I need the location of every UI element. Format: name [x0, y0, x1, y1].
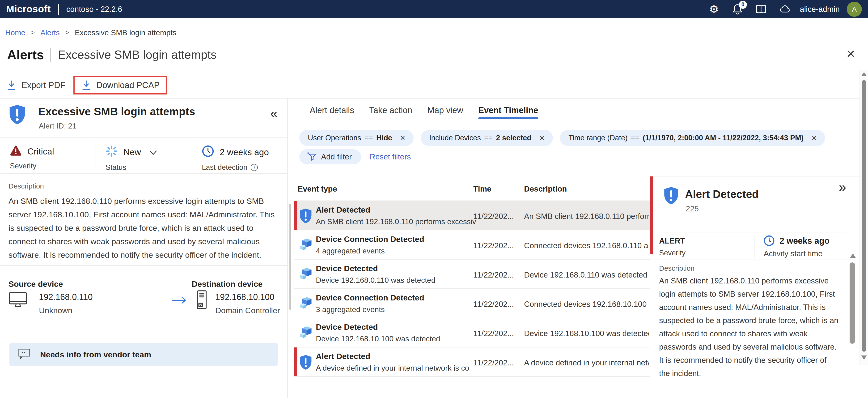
reset-filters-link[interactable]: Reset filters — [370, 152, 411, 161]
tab[interactable]: Alert details — [310, 98, 354, 122]
add-filter-button[interactable]: Add filter — [299, 149, 361, 164]
alert-shield-icon — [299, 354, 312, 371]
page-title: Excessive SMB login attempts — [58, 48, 217, 62]
event-time: 11/22/202... — [473, 329, 514, 338]
alert-note[interactable]: Needs info from vendor team — [9, 343, 278, 366]
event-subtitle: 3 aggregated events — [316, 305, 424, 314]
status-chevron-down-icon[interactable] — [149, 147, 157, 157]
description-label: Description — [8, 182, 278, 190]
event-title: Alert Detected — [316, 205, 476, 215]
alert-title: Excessive SMB login attempts — [38, 105, 195, 118]
remove-filter-icon[interactable]: × — [539, 134, 545, 142]
add-filter-label: Add filter — [321, 152, 352, 161]
breadcrumb: Home > Alerts > Excessive SMB login atte… — [5, 28, 176, 37]
topbar-divider — [58, 4, 59, 15]
title-divider — [51, 48, 51, 62]
event-time: 11/22/202... — [473, 300, 514, 309]
last-detection-value: 2 weeks ago — [220, 147, 269, 157]
remove-filter-icon[interactable]: × — [400, 134, 405, 142]
event-description: Device 192.168.10.100 was detected — [524, 329, 649, 338]
table-row[interactable]: Alert Detected An SMB client 192.168.0.1… — [294, 201, 650, 230]
event-title: Device Detected — [316, 322, 440, 332]
alert-shield-icon — [8, 104, 26, 126]
column-header-time[interactable]: Time — [473, 184, 491, 194]
alert-row-flag — [294, 201, 297, 230]
clock-icon — [764, 235, 775, 247]
documentation-book-icon[interactable] — [755, 4, 767, 15]
table-row[interactable]: Device Detected Device 192.168.10.100 wa… — [294, 318, 650, 347]
export-pdf-button[interactable]: Export PDF — [4, 76, 67, 94]
filter-pill[interactable]: Include Devices == 2 selected × — [421, 130, 553, 146]
remove-filter-icon[interactable]: × — [812, 134, 816, 142]
filter-pill[interactable]: User Operations == Hide × — [299, 130, 413, 146]
alert-shield-icon — [299, 208, 312, 225]
breadcrumb-home-link[interactable]: Home — [5, 28, 25, 37]
tab[interactable]: Map view — [427, 98, 463, 122]
event-title: Device Detected — [316, 264, 435, 273]
event-title: Alert Detected — [316, 352, 469, 361]
expand-panel-icon[interactable]: » — [839, 179, 846, 195]
event-description: Connected devices 192.168.0.110 and — [524, 241, 649, 250]
alert-shield-icon — [663, 187, 679, 206]
timeline-scrollbar-thumb[interactable] — [289, 204, 291, 310]
table-header: Event type Time Description — [294, 176, 650, 201]
severity-value: Critical — [27, 147, 54, 157]
download-pcap-button[interactable]: Download PCAP — [73, 76, 167, 94]
add-filter-funnel-icon — [306, 151, 317, 163]
close-icon[interactable]: × — [846, 46, 855, 61]
event-time: 11/22/202... — [473, 271, 514, 279]
event-time: 11/22/202... — [473, 358, 514, 367]
info-icon[interactable]: i — [251, 164, 258, 171]
table-row[interactable]: Device Connection Detected 3 aggregated … — [294, 289, 650, 318]
tab[interactable]: Event Timeline — [478, 98, 538, 122]
download-icon — [81, 80, 91, 91]
collapse-panel-icon[interactable]: « — [270, 106, 278, 121]
destination-device-label: Destination device — [192, 279, 262, 289]
top-bar: Microsoft contoso - 22.2.6 ⚙ 0 — [0, 0, 868, 18]
username-label[interactable]: alice-admin — [800, 5, 840, 14]
status-value: New — [123, 147, 141, 157]
event-description: Connected devices 192.168.10.100 and — [524, 300, 649, 309]
table-row[interactable]: Device Detected Device 192.168.0.110 was… — [294, 260, 650, 289]
breadcrumb-alerts-link[interactable]: Alerts — [40, 28, 60, 37]
filter-pill-row: User Operations == Hide × Include Device… — [299, 130, 825, 146]
window-scrollbar[interactable] — [860, 70, 868, 365]
event-subtitle: 4 aggregated events — [316, 247, 424, 255]
cloud-icon[interactable] — [779, 4, 790, 15]
event-time: 11/22/202... — [473, 241, 514, 250]
alert-note-text: Needs info from vendor team — [40, 350, 151, 359]
alert-summary-header: Excessive SMB login attempts Alert ID: 2… — [0, 98, 287, 138]
new-status-icon — [105, 145, 118, 160]
table-row[interactable]: Alert Detected A device defined in your … — [294, 347, 650, 377]
monitor-icon — [8, 291, 27, 309]
tab[interactable]: Take action — [369, 98, 412, 122]
notifications-bell-icon[interactable]: 0 — [732, 4, 743, 15]
destination-device-type: Domain Controller — [215, 306, 280, 315]
column-header-event-type[interactable]: Event type — [298, 184, 337, 194]
scroll-up-icon[interactable] — [861, 72, 867, 76]
destination-device-ip[interactable]: 192.168.10.100 — [215, 292, 274, 302]
detail-severity-label: Severity — [659, 249, 685, 257]
event-timeline-table: Event type Time Description Alert Detect… — [294, 176, 650, 377]
window-scrollbar-thumb[interactable] — [862, 80, 866, 352]
column-header-description[interactable]: Description — [524, 184, 567, 194]
timeline-scrollbar[interactable] — [289, 201, 292, 377]
alert-id: Alert ID: 21 — [39, 122, 76, 131]
detail-description-label: Description — [659, 264, 694, 272]
avatar[interactable]: A — [847, 2, 862, 17]
filter-pill[interactable]: Time range (Date) == (1/1/1970, 2:00:00 … — [560, 130, 825, 146]
scroll-down-icon[interactable] — [861, 356, 867, 360]
breadcrumb-current: Excessive SMB login attempts — [75, 28, 176, 37]
detail-scroll-up-icon[interactable] — [850, 253, 856, 258]
export-pdf-label: Export PDF — [22, 80, 65, 90]
clock-icon — [202, 145, 214, 160]
download-icon — [6, 80, 16, 91]
source-device-ip[interactable]: 192.168.0.110 — [39, 292, 93, 302]
detail-scrollbar-thumb[interactable] — [849, 262, 855, 344]
activity-start-label: Activity start time — [764, 249, 823, 258]
settings-gear-icon[interactable]: ⚙ — [708, 4, 719, 15]
table-row[interactable]: Device Connection Detected 4 aggregated … — [294, 230, 650, 260]
event-title: Device Connection Detected — [316, 293, 424, 302]
download-pcap-label: Download PCAP — [96, 80, 160, 90]
alert-stats-row: Critical Severity New — [0, 138, 287, 174]
